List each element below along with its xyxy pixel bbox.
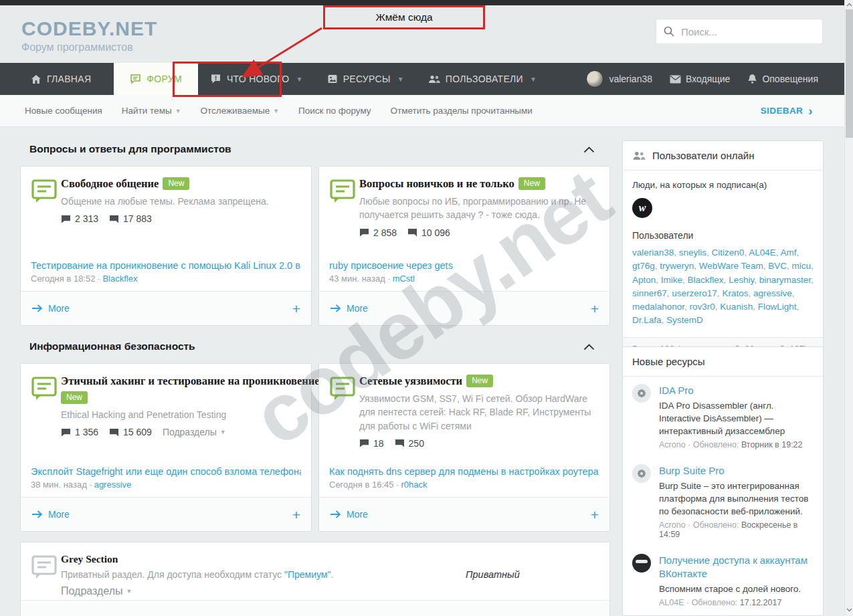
search-input[interactable] xyxy=(681,26,816,37)
online-user-link[interactable]: BVC xyxy=(768,261,787,271)
arrow-right-icon xyxy=(330,510,341,518)
online-user-link[interactable]: Kuanish xyxy=(720,302,753,312)
online-user-link[interactable]: tryweryn xyxy=(660,261,694,271)
more-link[interactable]: More xyxy=(31,303,70,314)
node-stats: 1 356 15 609 Подразделы▼ xyxy=(61,427,300,437)
premium-link[interactable]: "Премиум" xyxy=(284,569,331,580)
forum-node-icon[interactable] xyxy=(330,179,357,208)
alerts-link[interactable]: Оповещения xyxy=(747,74,818,84)
add-thread-button[interactable]: + xyxy=(591,508,599,522)
arrow-right-icon xyxy=(31,510,42,518)
nav-item-resources[interactable]: РЕСУРСЫ ▼ xyxy=(315,63,416,95)
latest-post-author-link[interactable]: agressive xyxy=(94,480,132,490)
online-user-link[interactable]: Amf xyxy=(780,247,796,258)
latest-post: Тестирование на проникновение с помощью … xyxy=(31,260,301,284)
forum-node-icon[interactable] xyxy=(31,554,58,584)
online-user-link[interactable]: WebWare Team xyxy=(699,261,763,271)
online-user-link[interactable]: gt76g xyxy=(632,261,655,271)
avatar[interactable] xyxy=(586,70,603,88)
latest-post-author-link[interactable]: Blackflex xyxy=(102,274,137,284)
forum-node-icon[interactable] xyxy=(330,376,357,405)
resource-title-link[interactable]: IDA Pro xyxy=(659,384,814,397)
resource-title-link[interactable]: Получение доступа к аккаунтам ВКонтакте xyxy=(659,554,814,581)
site-logo[interactable]: CODEBY.NET Форум программистов xyxy=(21,17,157,54)
scrollbar-thumb[interactable] xyxy=(846,9,853,138)
chevron-down-icon: ▼ xyxy=(175,108,181,114)
add-thread-button[interactable]: + xyxy=(292,508,300,522)
subnav-search-forum[interactable]: Поиск по форуму xyxy=(298,106,371,116)
arrow-right-icon xyxy=(31,304,42,312)
nav-item-home[interactable]: ГЛАВНАЯ xyxy=(19,63,103,95)
add-thread-button[interactable]: + xyxy=(292,302,300,316)
nav-item-members[interactable]: ПОЛЬЗОВАТЕЛИ ▼ xyxy=(416,63,549,95)
forum-node-card-grey-section: Grey Section Приватный раздел. Для досту… xyxy=(20,542,610,616)
subnav-new-posts[interactable]: Новые сообщения xyxy=(25,106,102,116)
node-title-link[interactable]: Grey Section xyxy=(61,553,118,564)
online-user-link[interactable]: valerian38 xyxy=(632,247,674,258)
subnav-mark-read[interactable]: Отметить разделы прочитанными xyxy=(391,106,533,116)
followed-user-avatar[interactable]: w xyxy=(632,198,652,218)
logo-text[interactable]: CODEBY.NET xyxy=(21,17,157,40)
node-title-link[interactable]: Этичный хакинг и тестирование на проникн… xyxy=(61,375,320,387)
latest-post: Эксплойт Stagefright или еще один способ… xyxy=(31,466,301,490)
latest-post-link[interactable]: Как поднять dns сервер для подмены в нас… xyxy=(329,466,599,477)
node-title-link[interactable]: Вопросы новичков и не только xyxy=(359,177,514,190)
node-description: Общение на любые темы. Реклама запрещена… xyxy=(61,195,300,208)
scroll-down-button[interactable] xyxy=(845,605,853,615)
online-user-link[interactable]: Leshiy xyxy=(729,275,754,285)
online-user-link[interactable]: Apton xyxy=(632,275,656,285)
online-user-link[interactable]: Imike xyxy=(661,275,682,285)
latest-post-link[interactable]: Тестирование на проникновение с помощью … xyxy=(31,260,301,271)
online-user-link[interactable]: sinner67 xyxy=(632,288,667,298)
online-user-link[interactable]: medalahonor xyxy=(632,302,684,312)
online-user-link[interactable]: AL04E xyxy=(749,247,776,258)
online-user-link[interactable]: agressive xyxy=(753,288,792,298)
online-user-link[interactable]: userzero17 xyxy=(672,288,717,298)
forum-node-icon[interactable] xyxy=(31,376,58,405)
more-link[interactable]: More xyxy=(31,509,70,520)
resource-title-link[interactable]: Burp Suite Pro xyxy=(659,464,814,478)
latest-post-author-link[interactable]: r0hack xyxy=(401,480,427,490)
latest-post-link[interactable]: Эксплойт Stagefright или еще один способ… xyxy=(31,466,301,477)
online-user-link[interactable]: Kratos xyxy=(722,288,748,298)
subforums-dropdown[interactable]: Подразделы▼ xyxy=(61,585,132,597)
online-user-link[interactable]: Citizen0 xyxy=(712,247,745,258)
chevron-down-icon: ▼ xyxy=(273,108,279,114)
add-thread-button[interactable]: + xyxy=(591,302,599,316)
node-description: Уязвимости GSM, SS7, Wi Fi сетей. Обзор … xyxy=(359,392,599,433)
latest-post-author-link[interactable]: mCstl xyxy=(393,274,415,284)
chevron-down-icon: ▼ xyxy=(530,76,537,83)
subnav-watched[interactable]: Отслеживаемые▼ xyxy=(201,106,280,116)
node-title-link[interactable]: Сетевые уязвимости xyxy=(359,375,462,387)
subnav-find-threads[interactable]: Найти темы▼ xyxy=(122,106,181,116)
online-user-link[interactable]: sneylis xyxy=(679,247,706,258)
online-user-link[interactable]: binarymaster xyxy=(759,275,811,285)
more-link[interactable]: More xyxy=(330,509,368,520)
account-menu[interactable]: valerian38 xyxy=(586,70,652,88)
search-icon xyxy=(663,25,675,37)
online-user-link[interactable]: Blackflex xyxy=(688,275,724,285)
resource-description: IDA Pro Disassembler (англ. Interactive … xyxy=(659,400,814,438)
inbox-link[interactable]: Входящие xyxy=(670,74,730,84)
username: valerian38 xyxy=(609,74,652,84)
scroll-up-button[interactable] xyxy=(845,0,853,9)
collapse-section-button[interactable] xyxy=(583,341,595,353)
threads-count: 1 356 xyxy=(61,427,98,437)
online-user-link[interactable]: Dr.Lafa xyxy=(632,315,662,325)
messages-icon xyxy=(109,428,119,437)
subforums-dropdown[interactable]: Подразделы▼ xyxy=(163,427,226,437)
online-user-link[interactable]: micu xyxy=(791,261,811,271)
latest-post-link[interactable]: ruby присвоение через gets xyxy=(329,260,599,271)
node-title-link[interactable]: Свободное общение xyxy=(61,177,159,190)
scrollbar[interactable] xyxy=(844,0,853,616)
resource-item: Burp Suite Pro Burp Suite – это интегрир… xyxy=(623,457,823,546)
online-user-link[interactable]: FlowLight xyxy=(758,302,797,312)
more-link[interactable]: More xyxy=(330,303,368,314)
online-user-link[interactable]: SystemD xyxy=(666,315,703,325)
search-box[interactable] xyxy=(656,19,823,44)
forum-node-icon[interactable] xyxy=(31,179,58,208)
online-user-link[interactable]: rov3r0 xyxy=(690,302,715,312)
logo-tagline: Форум программистов xyxy=(21,41,157,54)
collapse-section-button[interactable] xyxy=(583,144,595,156)
sidebar-toggle[interactable]: SIDEBAR› xyxy=(761,104,813,117)
